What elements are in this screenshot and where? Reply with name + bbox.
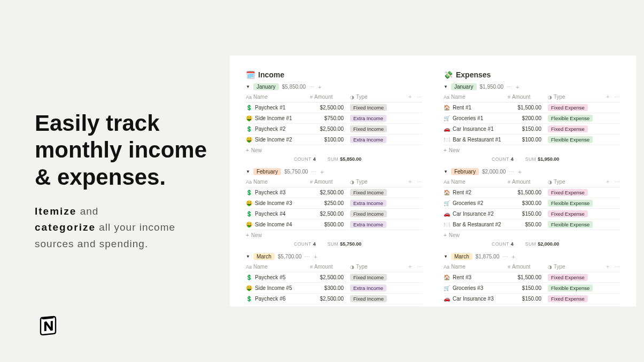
row-name: Paycheck #1 bbox=[255, 105, 285, 111]
table-row[interactable]: 🏠Rent #1$1,500.00Fixed Expense bbox=[444, 103, 620, 113]
month-tag[interactable]: March bbox=[253, 253, 275, 260]
add-column-icon[interactable]: + bbox=[408, 264, 412, 270]
month-tag[interactable]: March bbox=[451, 253, 472, 260]
more-columns-icon[interactable]: ⋯ bbox=[615, 264, 620, 270]
sum-label: SUM bbox=[525, 156, 536, 162]
type-tag: Fixed Expense bbox=[548, 295, 588, 302]
row-icon: 🚗 bbox=[444, 211, 450, 217]
table-row[interactable]: 💲Paycheck #3$2,500.00Fixed Income bbox=[246, 187, 422, 198]
new-row-button[interactable]: +New bbox=[444, 145, 620, 154]
more-columns-icon[interactable]: ⋯ bbox=[615, 94, 620, 100]
count-label: COUNT bbox=[294, 156, 312, 162]
collapse-caret-icon[interactable]: ▼ bbox=[246, 169, 250, 174]
add-icon[interactable]: + bbox=[318, 84, 321, 90]
table-row[interactable]: 💲Paycheck #2$2,500.00Fixed Income bbox=[246, 124, 422, 135]
row-amount: $150.00 bbox=[522, 211, 541, 217]
table-row[interactable]: 🚗Car Insurance #1$150.00Fixed Expense bbox=[444, 124, 620, 135]
add-column-icon[interactable]: + bbox=[408, 94, 412, 100]
new-row-button[interactable]: +New bbox=[246, 230, 422, 239]
table-row[interactable]: 🛒Groceries #3$150.00Flexible Expense bbox=[444, 283, 620, 294]
row-amount: $1,500.00 bbox=[518, 274, 542, 280]
month-tag[interactable]: January bbox=[451, 83, 477, 90]
type-tag: Extra Income bbox=[350, 115, 386, 122]
income-title: 🗓️Income bbox=[246, 70, 422, 79]
table-row[interactable]: 🛒Groceries #1$200.00Flexible Expense bbox=[444, 113, 620, 124]
collapse-caret-icon[interactable]: ▼ bbox=[444, 169, 448, 174]
row-name: Groceries #3 bbox=[453, 285, 483, 291]
table-row[interactable]: 💲Paycheck #4$2,500.00Fixed Income bbox=[246, 209, 422, 219]
add-icon[interactable]: + bbox=[518, 169, 521, 175]
group-header: ▼January$5,850.00⋯+ bbox=[246, 83, 422, 90]
table-row[interactable]: 🍽️Bar & Restaurant #1$100.00Flexible Exp… bbox=[444, 135, 620, 145]
row-amount: $100.00 bbox=[324, 137, 344, 143]
table-row[interactable]: 🤑Side Income #3$250.00Extra Income bbox=[246, 198, 422, 209]
month-tag[interactable]: February bbox=[253, 168, 281, 175]
add-column-icon[interactable]: + bbox=[606, 179, 609, 185]
more-icon[interactable]: ⋯ bbox=[305, 254, 311, 259]
table-row[interactable]: 💲Paycheck #1$2,500.00Fixed Income bbox=[246, 103, 422, 113]
expenses-title: 💸Expenses bbox=[444, 70, 620, 79]
collapse-caret-icon[interactable]: ▼ bbox=[246, 84, 250, 89]
subtext-bold-1: Itemize bbox=[35, 206, 76, 217]
row-name: Side Income #3 bbox=[255, 200, 292, 206]
more-columns-icon[interactable]: ⋯ bbox=[417, 94, 422, 100]
more-icon[interactable]: ⋯ bbox=[509, 169, 515, 175]
row-icon: 🤑 bbox=[246, 115, 252, 121]
table-row[interactable]: 🍽️Bar & Restaurant #2$50.00Flexible Expe… bbox=[444, 219, 620, 230]
number-property-icon: # bbox=[310, 179, 313, 185]
type-tag: Fixed Income bbox=[350, 104, 387, 111]
table-row[interactable]: 🤑Side Income #4$500.00Extra Income bbox=[246, 219, 422, 230]
collapse-caret-icon[interactable]: ▼ bbox=[444, 254, 448, 259]
more-icon[interactable]: ⋯ bbox=[502, 254, 508, 259]
add-column-icon[interactable]: + bbox=[408, 179, 412, 185]
table-row[interactable]: 💲Paycheck #5$2,500.00Fixed Income bbox=[246, 272, 422, 283]
new-row-button[interactable]: +New bbox=[444, 230, 620, 239]
text-property-icon: Aa bbox=[246, 95, 252, 100]
col-name-label: Name bbox=[253, 179, 268, 185]
col-name-label: Name bbox=[253, 94, 268, 100]
row-amount: $250.00 bbox=[324, 200, 344, 206]
collapse-caret-icon[interactable]: ▼ bbox=[444, 84, 448, 89]
type-tag: Fixed Income bbox=[350, 210, 387, 217]
row-icon: 🤑 bbox=[246, 222, 252, 227]
table-row[interactable]: 💲Paycheck #6$2,500.00Fixed Income bbox=[246, 294, 422, 304]
table-row[interactable]: 🚗Car Insurance #3$150.00Fixed Expense bbox=[444, 294, 620, 304]
table-row[interactable]: 🤑Side Income #2$100.00Extra Income bbox=[246, 135, 422, 145]
more-columns-icon[interactable]: ⋯ bbox=[615, 179, 620, 185]
table-row[interactable]: 🤑Side Income #5$300.00Extra Income bbox=[246, 283, 422, 294]
col-amount-label: Amount bbox=[512, 264, 530, 270]
plus-icon: + bbox=[444, 147, 447, 153]
plus-icon: + bbox=[246, 232, 249, 238]
table-row[interactable]: 🏠Rent #2$1,500.00Fixed Expense bbox=[444, 187, 620, 198]
more-icon[interactable]: ⋯ bbox=[507, 84, 513, 90]
add-column-icon[interactable]: + bbox=[606, 264, 609, 270]
add-icon[interactable]: + bbox=[320, 169, 323, 175]
more-columns-icon[interactable]: ⋯ bbox=[417, 179, 422, 185]
table-row[interactable]: 🏠Rent #3$1,500.00Fixed Expense bbox=[444, 272, 620, 283]
row-name: Side Income #2 bbox=[255, 137, 292, 143]
row-icon: 🤑 bbox=[246, 137, 252, 143]
type-tag: Fixed Expense bbox=[548, 189, 588, 196]
month-tag[interactable]: January bbox=[253, 83, 279, 90]
add-column-icon[interactable]: + bbox=[606, 94, 609, 100]
add-icon[interactable]: + bbox=[516, 84, 519, 90]
row-icon: 💲 bbox=[246, 296, 252, 302]
new-row-button[interactable]: +New bbox=[246, 145, 422, 154]
table-row[interactable]: 🤑Side Income #1$750.00Extra Income bbox=[246, 113, 422, 124]
group-header: ▼March$1,875.00⋯+ bbox=[444, 253, 620, 260]
group-total: $5,700.00 bbox=[278, 254, 302, 259]
more-icon[interactable]: ⋯ bbox=[309, 84, 315, 90]
row-name: Bar & Restaurant #1 bbox=[453, 137, 501, 143]
row-name: Side Income #1 bbox=[255, 115, 292, 121]
table-row[interactable]: 🚗Car Insurance #2$150.00Fixed Expense bbox=[444, 209, 620, 219]
collapse-caret-icon[interactable]: ▼ bbox=[246, 254, 250, 259]
type-tag: Flexible Expense bbox=[548, 136, 593, 143]
more-columns-icon[interactable]: ⋯ bbox=[417, 264, 422, 270]
add-icon[interactable]: + bbox=[511, 254, 515, 260]
sum-value: $5,850.00 bbox=[340, 156, 361, 162]
add-icon[interactable]: + bbox=[314, 254, 317, 260]
month-tag[interactable]: February bbox=[451, 168, 479, 175]
more-icon[interactable]: ⋯ bbox=[311, 169, 317, 175]
table-row[interactable]: 🛒Groceries #2$300.00Flexible Expense bbox=[444, 198, 620, 209]
new-label: New bbox=[251, 147, 262, 153]
